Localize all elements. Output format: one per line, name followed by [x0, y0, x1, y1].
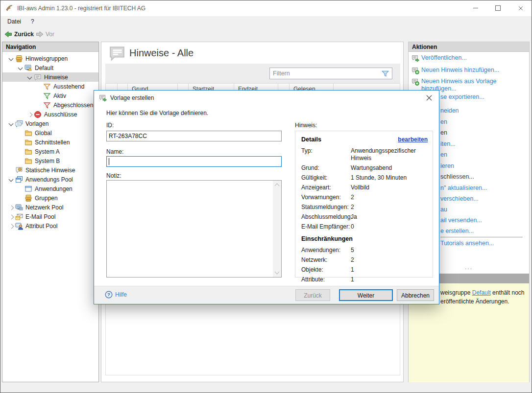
tree-item-anwendungen[interactable]: Anwendungen [2, 184, 98, 193]
notiz-field[interactable] [106, 180, 282, 277]
scroll-up-icon[interactable] [273, 181, 281, 189]
restriction-row-netzwerk: Netzwerk:2 [301, 256, 428, 264]
tree-item-hinweise[interactable]: Hinweise [2, 72, 98, 82]
chevron-down-icon[interactable] [7, 176, 15, 184]
detail-row-statusmeldungen: Statusmeldungen:2 [301, 204, 428, 211]
action-partial[interactable]: verschieben... [440, 195, 479, 202]
action-partial[interactable]: iten... [440, 140, 456, 147]
vorlage-erstellen-dialog: Vorlage erstellen Hier können Sie die Vo… [94, 90, 439, 304]
detail-row-typ: Typ:Anwendungsspezifischer Hinweis [301, 147, 428, 162]
default-group-link[interactable]: Default [472, 289, 491, 296]
layers-icon [24, 194, 32, 202]
help-icon [105, 291, 113, 299]
menu-datei[interactable]: Datei [7, 18, 21, 25]
name-field[interactable] [107, 157, 281, 166]
help-link[interactable]: Hilfe [105, 291, 127, 299]
filter-input-wrap [269, 68, 392, 79]
add-hinweis-vorlage-icon [411, 78, 419, 86]
chevron-right-icon[interactable] [7, 204, 15, 211]
dialog-title-bar: Vorlage erstellen [94, 91, 439, 105]
app-logo-icon [5, 4, 13, 12]
chevron-down-icon[interactable] [17, 64, 24, 72]
app-window: IBI-aws Admin 1.23.0 - registriert für I… [0, 0, 532, 393]
action-partial[interactable]: neiden [440, 107, 459, 114]
title-bar: IBI-aws Admin 1.23.0 - registriert für I… [0, 0, 532, 16]
tree-item-aktiv[interactable]: Aktiv [2, 91, 98, 100]
back-label: Zurück [14, 31, 34, 38]
maximize-icon [495, 5, 501, 11]
window-title: IBI-aws Admin 1.23.0 - registriert für I… [17, 5, 145, 12]
forward-button[interactable]: Vor [36, 30, 54, 38]
tree-item-statische-hinweise[interactable]: Statische Hinweise [2, 165, 98, 175]
dialog-title: Vorlage erstellen [110, 94, 154, 101]
tree-item-email-pool[interactable]: E-Mail Pool [2, 212, 98, 221]
detail-row-grund: Grund:Wartungsabend [301, 164, 428, 172]
detail-row-email-empfaenger: E-Mail Empfänger:0 [301, 223, 428, 231]
detail-row-abschlussmeldung: Abschlussmeldung:Ja [301, 213, 428, 221]
folder-icon [24, 129, 32, 137]
action-partial-disabled: en [440, 129, 447, 136]
action-partial[interactable]: n" aktualisieren... [440, 185, 487, 191]
chevron-down-icon[interactable] [7, 55, 15, 63]
minimize-button[interactable] [464, 0, 486, 16]
close-icon [518, 5, 524, 11]
tree-item-ausschluesse[interactable]: Ausschlüsse [2, 110, 98, 119]
action-partial[interactable]: ail versenden... [440, 217, 482, 224]
tree-item-system-a[interactable]: System A [2, 147, 98, 156]
detail-row-anzeigeart: Anzeigeart:Vollbild [301, 184, 428, 191]
restriction-row-attribute: Attribute:1 [301, 276, 428, 283]
chevron-right-icon[interactable] [7, 222, 15, 230]
scrollbar[interactable] [273, 181, 281, 277]
restriction-row-anwendungen: Anwendungen:5 [301, 247, 428, 254]
filter-bar [105, 64, 400, 83]
create-template-icon [99, 94, 107, 102]
chevron-down-icon[interactable] [26, 73, 34, 81]
close-button[interactable] [509, 0, 532, 16]
tree-item-attribut-pool[interactable]: Attribut Pool [2, 221, 98, 231]
action-partial-exportieren[interactable]: se exportieren... [440, 93, 484, 100]
tree-item-abgeschlossen[interactable]: Abgeschlossen [2, 100, 98, 110]
publish-icon [411, 54, 419, 62]
tree-item-anwendungs-pool[interactable]: Anwendungs Pool [2, 175, 98, 184]
chevron-down-icon[interactable] [7, 120, 15, 128]
tree-item-default[interactable]: Default [2, 63, 98, 72]
text-caret [109, 158, 109, 165]
bearbeiten-link[interactable]: bearbeiten [398, 136, 428, 143]
funnel-orange-icon [43, 83, 51, 91]
chevron-right-icon[interactable] [7, 213, 15, 221]
id-field[interactable] [107, 131, 281, 141]
maximize-button[interactable] [487, 0, 509, 16]
minus-circle-icon [34, 111, 42, 118]
back-button[interactable]: Zurück [4, 30, 34, 38]
details-header: Details [301, 136, 321, 143]
notiz-label: Notiz: [106, 172, 121, 179]
window-icon [24, 185, 32, 193]
action-partial[interactable]: ieren [440, 162, 454, 169]
menu-help[interactable]: ? [31, 18, 34, 25]
tree-item-gruppen[interactable]: Gruppen [2, 193, 98, 203]
tree-item-ausstehend[interactable]: Ausstehend [2, 82, 98, 91]
weiter-button[interactable]: Weiter [339, 289, 393, 301]
tree-item-system-b[interactable]: System B [2, 156, 98, 165]
action-partial[interactable]: e erstellen... [440, 228, 474, 234]
dialog-close-icon[interactable] [425, 94, 433, 102]
tree-item-hinweisgruppen[interactable]: Hinweisgruppen [2, 54, 98, 63]
monitor-warning-icon [24, 64, 32, 72]
tree-item-schnittstellen[interactable]: Schnittstellen [2, 138, 98, 147]
detail-row-gueltigkeit: Gültigkeit:1 Stunde, 30 Minuten [301, 174, 428, 182]
scroll-down-icon[interactable] [273, 269, 281, 277]
action-partial[interactable]: en [440, 118, 447, 125]
filter-funnel-icon[interactable] [381, 69, 389, 78]
tree-item-global[interactable]: Global [2, 128, 98, 138]
action-partial-disabled: schliessen... [440, 173, 474, 180]
details-header-row: Details bearbeiten [301, 136, 428, 143]
action-partial[interactable]: au [440, 206, 447, 213]
action-partial[interactable]: en [440, 151, 447, 158]
id-field-wrap [106, 131, 282, 141]
chevron-right-icon[interactable] [26, 111, 34, 118]
tree-item-vorlagen[interactable]: Vorlagen [2, 119, 98, 128]
filter-input[interactable] [270, 70, 381, 77]
action-tutorials[interactable]: Tutorials ansehen... [440, 240, 494, 247]
tree-item-netzwerk-pool[interactable]: Netzwerk Pool [2, 203, 98, 212]
abbrechen-button[interactable]: Abbrechen [397, 289, 434, 301]
